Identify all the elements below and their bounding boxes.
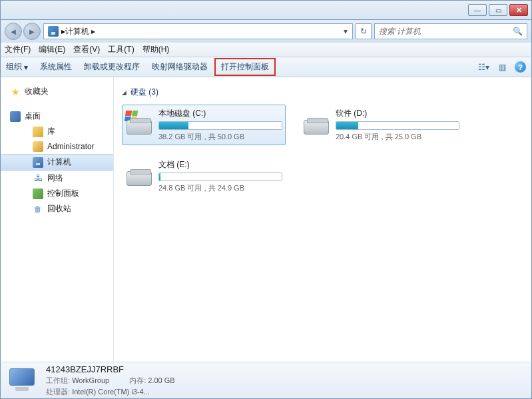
sidebar-item-label: 桌面 (25, 111, 41, 122)
section-hard-disks[interactable]: ◢ 硬盘 (3) (122, 87, 523, 98)
menu-bar: 文件(F) 编辑(E) 查看(V) 工具(T) 帮助(H) (0, 43, 532, 57)
sidebar-recycle-bin[interactable]: 🗑 回收站 (1, 201, 113, 216)
sidebar-administrator[interactable]: Administrator (1, 139, 113, 154)
content-pane: ◢ 硬盘 (3) 本地磁盘 (C:) 38.2 GB 可用 , 共 50.0 G… (114, 77, 531, 362)
drive-label: 本地磁盘 (C:) (158, 108, 282, 119)
chevron-down-icon: ▾ (24, 63, 28, 72)
close-button[interactable]: ✕ (509, 4, 528, 16)
sidebar-item-label: 计算机 (47, 157, 71, 168)
details-pane: 41243BZEJJ7RRBF 工作组: WorkGroup 内存: 2.00 … (0, 362, 532, 399)
refresh-button[interactable]: ↻ (356, 23, 372, 39)
drive-e[interactable]: 文档 (E:) 24.8 GB 可用 , 共 24.9 GB (122, 156, 286, 197)
open-control-panel-button[interactable]: 打开控制面板 (214, 58, 276, 76)
main-area: ★ 收藏夹 桌面 库 Administrator 计算机 (0, 77, 532, 362)
sidebar-computer[interactable]: 计算机 (1, 154, 113, 171)
preview-pane-button[interactable]: ▥ (496, 62, 508, 73)
toolbar: 组织 ▾ 系统属性 卸载或更改程序 映射网络驱动器 打开控制面板 ☷ ▾ ▥ ? (0, 57, 532, 77)
drive-c[interactable]: 本地磁盘 (C:) 38.2 GB 可用 , 共 50.0 GB (122, 105, 286, 145)
map-drive-button[interactable]: 映射网络驱动器 (152, 61, 208, 73)
search-icon[interactable]: 🔍 (513, 27, 523, 36)
star-icon: ★ (10, 87, 21, 97)
chevron-down-icon: ◢ (122, 89, 127, 96)
memory-value: 2.00 GB (148, 376, 174, 384)
address-row: ◄ ► ▸ 计算机 ▸ ▾ ↻ 🔍 (0, 20, 532, 43)
address-dropdown[interactable]: ▾ (340, 27, 351, 36)
capacity-bar (158, 173, 282, 181)
processor-label: 处理器: (46, 388, 70, 396)
menu-tools[interactable]: 工具(T) (108, 44, 134, 55)
user-icon (33, 141, 43, 152)
drive-stats: 20.4 GB 可用 , 共 25.0 GB (336, 132, 459, 142)
processor-value: Intel(R) Core(TM) i3-4... (72, 388, 150, 396)
sidebar-network[interactable]: 🖧 网络 (1, 171, 113, 186)
sidebar-item-label: 收藏夹 (25, 86, 49, 97)
capacity-bar (158, 121, 282, 130)
address-bar[interactable]: ▸ 计算机 ▸ ▾ (43, 23, 353, 39)
system-properties-button[interactable]: 系统属性 (40, 61, 72, 73)
network-icon: 🖧 (33, 173, 43, 184)
hdd-icon (302, 108, 330, 136)
capacity-bar (336, 121, 459, 130)
sidebar-item-label: 回收站 (47, 203, 71, 214)
hdd-icon (125, 108, 153, 136)
memory-label: 内存: (129, 376, 146, 384)
section-label: 硬盘 (3) (131, 87, 158, 98)
maximize-button[interactable]: ▭ (489, 4, 507, 16)
workgroup-label: 工作组: (46, 376, 70, 384)
search-box[interactable]: 🔍 (374, 23, 527, 39)
organize-button[interactable]: 组织 ▾ (6, 61, 28, 73)
search-input[interactable] (379, 27, 513, 36)
drive-list: 本地磁盘 (C:) 38.2 GB 可用 , 共 50.0 GB 软件 (D:)… (122, 105, 523, 197)
menu-file[interactable]: 文件(F) (5, 44, 31, 55)
nav-forward-button[interactable]: ► (23, 23, 41, 40)
drive-stats: 38.2 GB 可用 , 共 50.0 GB (158, 132, 282, 142)
workgroup-value: WorkGroup (72, 376, 109, 384)
sidebar-control-panel[interactable]: 控制面板 (1, 186, 113, 201)
sidebar-item-label: 控制面板 (47, 188, 79, 199)
navigation-pane: ★ 收藏夹 桌面 库 Administrator 计算机 (1, 77, 114, 362)
nav-back-button[interactable]: ◄ (5, 23, 22, 40)
recycle-bin-icon: 🗑 (33, 204, 43, 214)
sidebar-libraries[interactable]: 库 (1, 124, 113, 139)
hdd-icon (125, 159, 153, 187)
drive-stats: 24.8 GB 可用 , 共 24.9 GB (158, 183, 282, 193)
desktop-icon (10, 111, 21, 122)
computer-icon (33, 157, 43, 168)
title-bar: — ▭ ✕ (0, 0, 532, 20)
help-icon[interactable]: ? (515, 61, 526, 73)
sidebar-desktop[interactable]: 桌面 (1, 109, 113, 124)
uninstall-button[interactable]: 卸载或更改程序 (84, 61, 140, 73)
menu-view[interactable]: 查看(V) (73, 44, 100, 55)
drive-label: 文档 (E:) (158, 159, 282, 171)
control-panel-icon (33, 189, 43, 199)
computer-name: 41243BZEJJ7RRBF (46, 364, 175, 374)
sidebar-item-label: 网络 (47, 173, 63, 184)
drive-label: 软件 (D:) (336, 108, 459, 119)
computer-icon (48, 26, 59, 37)
libraries-icon (33, 127, 43, 137)
minimize-button[interactable]: — (468, 4, 487, 16)
menu-help[interactable]: 帮助(H) (142, 44, 170, 55)
drive-d[interactable]: 软件 (D:) 20.4 GB 可用 , 共 25.0 GB (299, 105, 463, 145)
breadcrumb[interactable]: 计算机 ▸ (65, 26, 340, 37)
sidebar-item-label: Administrator (47, 142, 95, 151)
view-mode-button[interactable]: ☷ ▾ (477, 62, 489, 73)
sidebar-favorites[interactable]: ★ 收藏夹 (1, 84, 113, 99)
computer-large-icon (7, 367, 37, 394)
sidebar-item-label: 库 (47, 126, 55, 137)
menu-edit[interactable]: 编辑(E) (39, 44, 65, 55)
